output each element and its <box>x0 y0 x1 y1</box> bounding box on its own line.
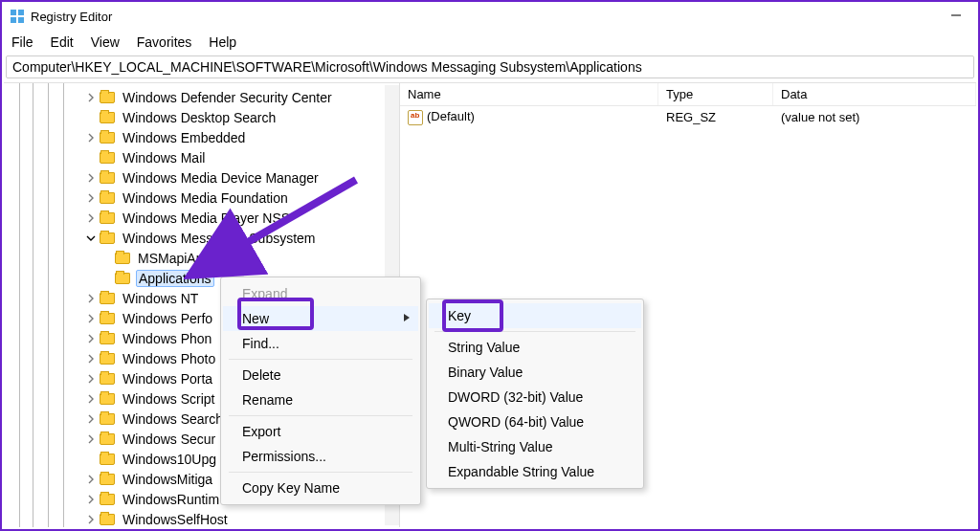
tree-item-label: Windows Secur <box>121 431 217 447</box>
chevron-right-icon[interactable] <box>84 495 98 504</box>
tree-line <box>48 83 49 527</box>
menu-separator <box>434 331 635 332</box>
menu-item[interactable]: Delete <box>223 363 418 387</box>
chevron-right-icon[interactable] <box>84 213 98 223</box>
tree-item-label: Windows Perfo <box>121 311 214 326</box>
value-data: (value not set) <box>773 110 976 124</box>
chevron-right-icon[interactable] <box>84 294 98 303</box>
tree-line <box>63 83 64 527</box>
column-data[interactable]: Data <box>773 83 976 105</box>
column-type[interactable]: Type <box>658 83 773 105</box>
menu-favorites[interactable]: Favorites <box>137 34 192 50</box>
minimize-button[interactable] <box>942 9 970 25</box>
tree-indent <box>4 348 84 368</box>
menu-file[interactable]: File <box>11 34 33 50</box>
tree-item-label: WindowsSelfHost <box>121 512 230 527</box>
menu-item[interactable]: Copy Key Name <box>223 476 418 500</box>
folder-icon <box>100 393 115 405</box>
menu-help[interactable]: Help <box>209 34 236 50</box>
context-menu[interactable]: ExpandNewFind...DeleteRenameExportPermis… <box>220 277 421 505</box>
value-name-cell: (Default) <box>400 109 658 125</box>
chevron-right-icon[interactable] <box>84 475 98 484</box>
chevron-right-icon[interactable] <box>84 314 98 323</box>
tree-line <box>19 83 20 527</box>
folder-icon <box>100 313 115 324</box>
tree-item-label: WindowsMitiga <box>121 472 214 487</box>
chevron-right-icon[interactable] <box>84 133 98 143</box>
folder-icon <box>115 253 130 264</box>
chevron-right-icon[interactable] <box>84 515 98 524</box>
chevron-right-icon[interactable] <box>84 394 98 404</box>
tree-item-label: Windows NT <box>121 291 200 306</box>
menu-item[interactable]: Find... <box>223 331 418 356</box>
column-name[interactable]: Name <box>400 83 658 105</box>
chevron-right-icon[interactable] <box>84 414 98 424</box>
tree-indent <box>4 147 84 167</box>
tree-item-label: Windows Search <box>121 411 225 427</box>
tree-item-label: Windows Photo <box>121 351 217 366</box>
menu-item-label: Permissions... <box>242 449 326 464</box>
menu-item-label: Find... <box>242 336 279 351</box>
menu-item[interactable]: Permissions... <box>223 444 418 469</box>
folder-icon <box>100 92 115 103</box>
tree-item-label: Windows Messaging Subsystem <box>121 231 318 246</box>
menu-item-label: Key <box>448 308 471 323</box>
folder-icon <box>100 373 115 385</box>
chevron-right-icon[interactable] <box>84 193 98 203</box>
tree-item-label: Windows Script <box>121 391 216 407</box>
tree-indent <box>4 167 84 188</box>
tree-line <box>33 83 33 527</box>
tree-indent <box>4 469 84 489</box>
chevron-right-icon[interactable] <box>84 354 98 364</box>
menu-item-label: Export <box>242 424 280 439</box>
folder-icon <box>100 514 115 525</box>
tree-indent <box>4 208 84 228</box>
tree-item-label: Windows Media Device Manager <box>121 170 321 186</box>
menu-item-label: New <box>242 311 269 326</box>
tree-item-label: Windows Media Foundation <box>121 190 290 206</box>
address-bar[interactable]: Computer\HKEY_LOCAL_MACHINE\SOFTWARE\Mic… <box>6 55 974 78</box>
menu-item[interactable]: New <box>223 306 418 331</box>
svg-rect-3 <box>18 17 24 23</box>
menu-item-label: Multi-String Value <box>448 439 552 454</box>
menu-edit[interactable]: Edit <box>51 34 74 50</box>
string-value-icon <box>408 110 423 125</box>
menu-item[interactable]: Rename <box>223 387 418 412</box>
tree-indent <box>4 107 84 127</box>
folder-icon <box>100 232 115 244</box>
menu-item[interactable]: DWORD (32-bit) Value <box>429 385 641 409</box>
tree-indent <box>4 429 84 449</box>
menu-item[interactable]: Expandable String Value <box>429 459 641 484</box>
tree-indent <box>4 188 84 208</box>
tree-item-label: Windows Media Player NSS <box>121 210 292 226</box>
menu-item[interactable]: QWORD (64-bit) Value <box>429 409 641 434</box>
chevron-right-icon[interactable] <box>84 173 98 183</box>
tree-item-label: Windows Desktop Search <box>121 110 278 125</box>
menu-item-label: Expand <box>242 286 287 301</box>
menu-separator <box>229 472 412 473</box>
menu-bar: File Edit View Favorites Help <box>2 31 978 55</box>
menu-item-label: Rename <box>242 392 293 408</box>
svg-rect-2 <box>11 17 16 23</box>
tree-item-label: Windows Phon <box>121 331 213 346</box>
menu-item[interactable]: Binary Value <box>429 360 641 385</box>
menu-item[interactable]: Export <box>223 419 418 444</box>
tree-indent <box>4 509 84 527</box>
tree-indent <box>4 388 84 409</box>
value-row[interactable]: (Default)REG_SZ(value not set) <box>400 106 976 128</box>
menu-view[interactable]: View <box>91 34 120 50</box>
menu-item-label: Expandable String Value <box>448 464 594 479</box>
menu-item[interactable]: Multi-String Value <box>429 434 641 459</box>
chevron-right-icon[interactable] <box>84 374 98 384</box>
tree-indent <box>4 409 84 429</box>
chevron-right-icon[interactable] <box>84 434 98 444</box>
chevron-down-icon[interactable] <box>84 233 98 243</box>
submenu-new[interactable]: KeyString ValueBinary ValueDWORD (32-bit… <box>426 299 644 489</box>
chevron-right-icon[interactable] <box>84 93 98 102</box>
tree-item-label: Windows Porta <box>121 371 214 387</box>
chevron-right-icon[interactable] <box>84 334 98 343</box>
menu-item[interactable]: String Value <box>429 335 641 360</box>
window-title: Registry Editor <box>31 10 112 24</box>
menu-item[interactable]: Key <box>429 303 641 328</box>
title-bar: Registry Editor <box>2 2 978 31</box>
